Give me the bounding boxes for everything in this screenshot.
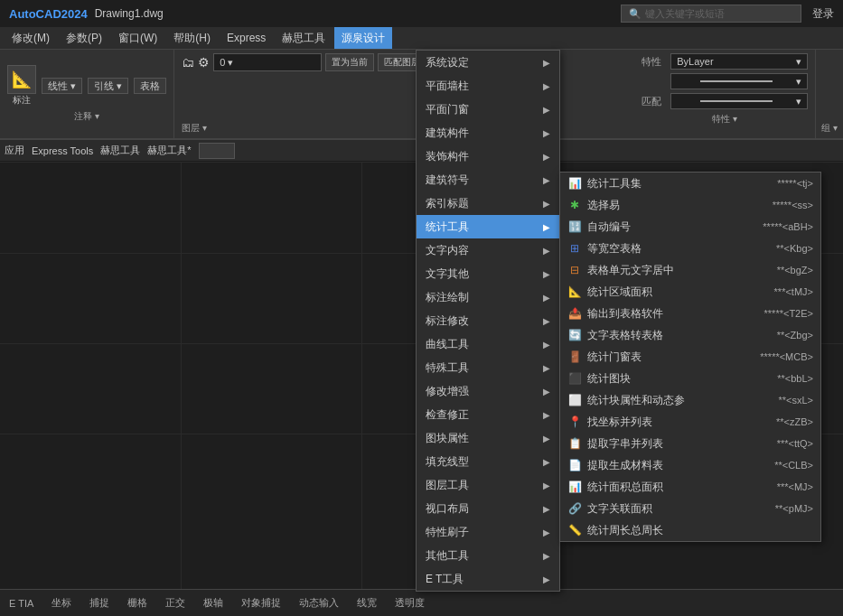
toolbar2-hesi[interactable]: 赫思工具 <box>100 144 140 157</box>
menu-l1-et[interactable]: E T工具▶ <box>417 567 559 591</box>
toolbar2-app[interactable]: 应用 <box>5 144 24 157</box>
material-table[interactable]: 📄 提取生成材料表 **<CLB> <box>560 454 820 476</box>
menu-item-yuanquan[interactable]: 源泉设计 <box>334 27 392 49</box>
auto-number[interactable]: 🔢 自动编号 *****<aBH> <box>560 216 820 238</box>
status-ortho[interactable]: 正交 <box>165 596 185 610</box>
block-icon: ⬛ <box>567 371 582 386</box>
toolbar2-express[interactable]: Express Tools <box>32 145 93 156</box>
toolbar2-separator <box>199 143 235 159</box>
layer-icon[interactable]: 🗂 <box>182 55 194 70</box>
area-icon: 📐 <box>567 285 582 299</box>
menu-item-help[interactable]: 帮助(H) <box>166 27 218 49</box>
menu-l1-stats[interactable]: 统计工具▶ <box>417 215 559 238</box>
menu-l1-dim-modify[interactable]: 标注修改▶ <box>417 309 559 332</box>
menu-l1-symbol[interactable]: 建筑符号▶ <box>417 168 559 191</box>
perimeter-stats[interactable]: 📏 统计周长总周长 <box>560 519 820 541</box>
status-osnap[interactable]: 对象捕捉 <box>241 596 281 610</box>
menu-l1-hatch[interactable]: 填充线型▶ <box>417 450 559 473</box>
ribbon-tools: 📐 标注 线性 ▾ 引线 ▾ 表格 <box>7 65 166 107</box>
menu-l1-wall[interactable]: 平面墙柱▶ <box>417 74 559 98</box>
search-bar[interactable]: 🔍 键入关键字或短语 <box>621 5 801 23</box>
menu-item-modify[interactable]: 修改(M) <box>5 27 57 49</box>
search-placeholder: 键入关键字或短语 <box>645 7 725 21</box>
menu-l1-brush[interactable]: 特性刷子▶ <box>417 520 559 544</box>
grid-v2 <box>361 163 362 589</box>
table-dropdown[interactable]: 表格 <box>134 78 166 94</box>
prop-label-1: 特性 <box>642 55 667 69</box>
find-coords[interactable]: 📍 找坐标并列表 **<zZB> <box>560 411 820 433</box>
toolbar2-hesi2[interactable]: 赫思工具* <box>147 144 191 157</box>
menu-l1-special[interactable]: 特殊工具▶ <box>417 356 559 379</box>
status-coord[interactable]: 坐标 <box>52 596 71 610</box>
status-etia[interactable]: E TIA <box>9 598 33 609</box>
status-lineweight[interactable]: 线宽 <box>357 596 377 610</box>
block-stats[interactable]: ⬛ 统计图块 **<bbL> <box>560 368 820 389</box>
menu-l1-arch[interactable]: 建筑构件▶ <box>417 121 559 145</box>
material-icon: 📄 <box>567 458 582 472</box>
layer-props-icon[interactable]: ⚙ <box>198 55 210 70</box>
title-bar: AutoCAD2024 Drawing1.dwg 🔍 键入关键字或短语 登录 <box>0 0 843 27</box>
prop-row-3: 匹配 ▾ <box>642 93 808 109</box>
menu-l1-block-attr[interactable]: 图块属性▶ <box>417 426 559 450</box>
select-easy[interactable]: ✱ 选择易 *****<ss> <box>560 194 820 216</box>
prop-bylayer-2[interactable]: ▾ <box>670 73 808 89</box>
menu-l1-other[interactable]: 其他工具▶ <box>417 544 559 567</box>
menu-l1-system[interactable]: 系统设定▶ <box>417 51 559 74</box>
cell-center[interactable]: ⊟ 表格单元文字居中 **<bgZ> <box>560 259 820 281</box>
status-snap[interactable]: 捕捉 <box>89 596 109 610</box>
equal-table[interactable]: ⊞ 等宽空表格 **<Kbg> <box>560 238 820 259</box>
menu-l1-dim-draw[interactable]: 标注绘制▶ <box>417 285 559 309</box>
stats-toolset[interactable]: 📊 统计工具集 *****<tj> <box>560 173 820 194</box>
total-area[interactable]: 📊 统计面积总面积 ***<MJ> <box>560 476 820 498</box>
menu-l1-viewport[interactable]: 视口布局▶ <box>417 497 559 520</box>
status-dynin[interactable]: 动态输入 <box>299 596 339 610</box>
menu-l1-text-other[interactable]: 文字其他▶ <box>417 262 559 285</box>
text-area-icon: 🔗 <box>567 501 582 516</box>
extract-string[interactable]: 📋 提取字串并列表 ***<ttQ> <box>560 433 820 454</box>
menu-item-hesi[interactable]: 赫思工具 <box>275 27 333 49</box>
chart-icon: 📊 <box>567 176 582 191</box>
menu-l1-check[interactable]: 检查修正▶ <box>417 403 559 426</box>
menu-item-param[interactable]: 参数(P) <box>59 27 109 49</box>
grid-v1 <box>181 163 182 589</box>
block-attr-stats[interactable]: ⬜ 统计块属性和动态参 **<sxL> <box>560 389 820 411</box>
total-area-icon: 📊 <box>567 480 582 494</box>
menu-l1-index[interactable]: 索引标题▶ <box>417 191 559 215</box>
table-icon: ⊞ <box>567 241 582 256</box>
extract-icon: 📋 <box>567 436 582 451</box>
select-icon: ✱ <box>567 198 582 212</box>
convert-table[interactable]: 🔄 文字表格转表格 **<Zbg> <box>560 324 820 346</box>
group-section: 组 ▾ <box>815 50 843 138</box>
prop-row-2: ▾ <box>642 73 808 89</box>
convert-icon: 🔄 <box>567 328 582 342</box>
dropdown-l2[interactable]: 📊 统计工具集 *****<tj> ✱ 选择易 *****<ss> 🔢 自动编号… <box>559 172 821 542</box>
menu-l1-text-content[interactable]: 文字内容▶ <box>417 238 559 262</box>
prop-bylayer-3[interactable]: ▾ <box>670 93 808 109</box>
prop-label-2: 匹配 <box>642 95 667 108</box>
label-icon[interactable]: 📐 <box>7 65 36 94</box>
text-area[interactable]: 🔗 文字关联面积 **<pMJ> <box>560 498 820 519</box>
dropdown-l1[interactable]: 系统设定▶ 平面墙柱▶ 平面门窗▶ 建筑构件▶ 装饰构件▶ 建筑符号▶ 索引标题… <box>416 50 560 592</box>
menu-item-window[interactable]: 窗口(W) <box>111 27 164 49</box>
export-table[interactable]: 📤 输出到表格软件 *****<T2E> <box>560 303 820 324</box>
menu-l1-layer[interactable]: 图层工具▶ <box>417 473 559 497</box>
menu-l1-window[interactable]: 平面门窗▶ <box>417 98 559 121</box>
menu-l1-modify[interactable]: 修改增强▶ <box>417 379 559 403</box>
prop-bylayer-1[interactable]: ByLayer▾ <box>670 53 808 70</box>
app-title: AutoCAD2024 <box>9 7 88 21</box>
setcurrent-btn[interactable]: 置为当前 <box>325 53 374 71</box>
leader-dropdown[interactable]: 引线 ▾ <box>88 78 128 94</box>
menu-l1-curve[interactable]: 曲线工具▶ <box>417 332 559 356</box>
login-button[interactable]: 登录 <box>812 6 834 22</box>
area-stats[interactable]: 📐 统计区域面积 ***<tMJ> <box>560 281 820 303</box>
menu-item-express[interactable]: Express <box>220 27 273 49</box>
door-window-table[interactable]: 🚪 统计门窗表 *****<MCB> <box>560 346 820 368</box>
menu-l1-deco[interactable]: 装饰构件▶ <box>417 145 559 168</box>
status-polar[interactable]: 极轴 <box>203 596 223 610</box>
linestyle-dropdown[interactable]: 线性 ▾ <box>42 78 82 94</box>
ribbon-annotate-label: 注释 ▾ <box>74 110 99 123</box>
status-grid[interactable]: 栅格 <box>127 596 147 610</box>
status-transparency[interactable]: 透明度 <box>395 596 425 610</box>
layer-dropdown[interactable]: 0 ▾ <box>213 53 322 71</box>
prop-section-label: 特性 ▾ <box>642 113 808 126</box>
